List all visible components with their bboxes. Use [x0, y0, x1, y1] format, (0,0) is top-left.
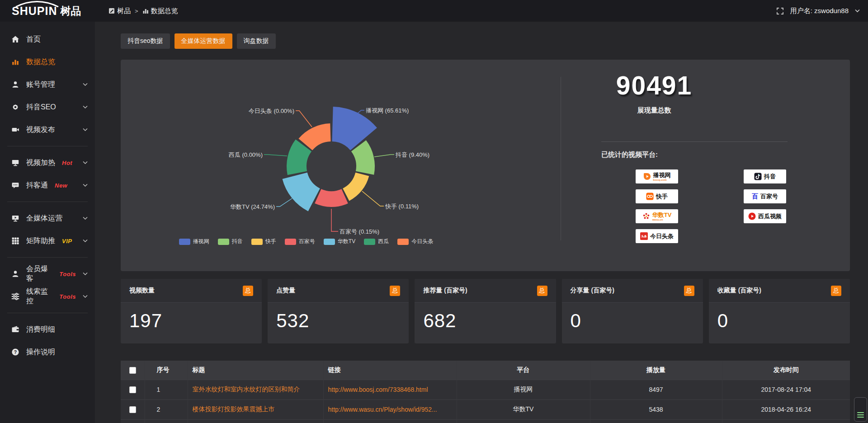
sidebar-item-douketong[interactable]: 抖客通New — [0, 174, 95, 197]
sidebar-item-matrix-boost[interactable]: 矩阵助推VIP — [0, 230, 95, 252]
tab-douyin-seo-data[interactable]: 抖音seo数据 — [121, 33, 170, 49]
label-line-抖音 — [374, 155, 394, 157]
total-badge[interactable]: 总 — [390, 286, 400, 296]
cell-title[interactable]: 楼体投影灯投影效果震撼上市 — [188, 400, 323, 419]
cell-title[interactable] — [188, 419, 323, 423]
platform-chip-wasu[interactable]: 华数TVwasu.cn — [636, 209, 678, 223]
sidebar-item-media-ops[interactable]: 全媒体运营 — [0, 207, 95, 230]
chevron-down-icon — [83, 161, 88, 164]
cell-link[interactable]: http://www.wasu.cn/Play/show/id/952... — [323, 400, 457, 419]
legend-item-华数TV[interactable]: 华数TV — [324, 238, 355, 245]
fullscreen-icon[interactable] — [776, 7, 784, 15]
sidebar-item-consume-detail[interactable]: 消费明细 — [0, 318, 95, 341]
platform-chips-right: 抖音百百家号西瓜视频 — [744, 169, 786, 223]
pie-label-西瓜: 西瓜 (0.00%) — [229, 151, 263, 158]
legend-swatch — [251, 239, 263, 245]
pie-slice-华数TV[interactable] — [283, 173, 320, 212]
stat-card-value: 0 — [562, 303, 703, 332]
sidebar-item-video-heat[interactable]: 视频加热Hot — [0, 151, 95, 174]
app-logo[interactable]: SHUPIN 树品 — [0, 0, 95, 22]
cell-plays — [590, 419, 722, 423]
gear-icon — [11, 103, 19, 111]
bar-chart-icon — [142, 8, 149, 14]
column-header-4: 播放量 — [590, 361, 722, 380]
row-checkbox[interactable] — [129, 386, 136, 393]
sidebar-item-data-overview[interactable]: 数据总览 — [0, 51, 95, 73]
stat-card-recommend-count: 推荐量 (百家号)总682 — [415, 279, 556, 343]
baijiahao-icon: 百 — [752, 193, 758, 201]
breadcrumb-current[interactable]: 数据总览 — [142, 7, 178, 15]
sidebar-divider — [7, 257, 88, 258]
tab-media-ops-data[interactable]: 全媒体运营数据 — [175, 33, 232, 49]
cell-plays: 5438 — [590, 400, 722, 419]
stat-card-title: 分享量 (百家号) — [571, 287, 614, 295]
stat-card-share-count: 分享量 (百家号)总0 — [562, 279, 703, 343]
sidebar-item-clue-monitor[interactable]: 线索监控Tools — [0, 285, 95, 308]
cell-no: 2 — [145, 400, 188, 419]
total-badge[interactable]: 总 — [684, 286, 694, 296]
sidebar-item-label: 首页 — [26, 35, 41, 44]
platform-chip-name: 播视网 — [653, 172, 671, 178]
total-impressions-value: 90491 — [564, 70, 745, 100]
legend-item-快手[interactable]: 快手 — [251, 238, 276, 245]
platform-chip-toutiao[interactable]: 头条今日头条 — [636, 229, 678, 243]
total-impressions-label: 展现量总数 — [564, 106, 745, 115]
chevron-down-icon — [83, 128, 88, 132]
stat-card-value: 197 — [121, 303, 262, 332]
sidebar-item-badge: VIP — [62, 238, 72, 244]
total-badge[interactable]: 总 — [831, 286, 841, 296]
breadcrumb-home[interactable]: 树品 — [108, 7, 131, 15]
chevron-down-icon[interactable] — [855, 9, 860, 13]
username-label[interactable]: 用户名: zswodun88 — [790, 7, 849, 15]
platform-chip-baijiahao[interactable]: 百百家号 — [744, 189, 786, 203]
question-icon: ? — [11, 348, 19, 356]
legend-item-播视网[interactable]: 播视网 — [179, 238, 209, 245]
stat-card-value: 0 — [709, 303, 850, 332]
platform-chip-douyin[interactable]: 抖音 — [744, 169, 786, 183]
platform-chip-boosj[interactable]: 播视网boosj.com — [636, 169, 678, 183]
sidebar-item-home[interactable]: 首页 — [0, 28, 95, 51]
stat-card-title: 点赞量 — [276, 287, 295, 295]
stat-card-like-count: 点赞量总532 — [268, 279, 409, 343]
legend-item-百家号[interactable]: 百家号 — [285, 238, 315, 245]
cell-platform: 华数TV — [457, 400, 590, 419]
wasu-icon — [642, 212, 650, 220]
platform-chip-xigua[interactable]: 西瓜视频 — [744, 209, 786, 223]
legend-item-西瓜[interactable]: 西瓜 — [364, 238, 389, 245]
sidebar-item-douyin-seo[interactable]: 抖音SEO — [0, 96, 95, 118]
pie-slice-快手[interactable] — [343, 173, 369, 201]
tab-inquiry-data[interactable]: 询盘数据 — [237, 33, 276, 49]
header-checkbox-cell — [121, 361, 145, 380]
label-line-快手 — [362, 191, 384, 206]
platform-chip-name: 抖音 — [764, 174, 776, 179]
pie-slice-百家号[interactable] — [315, 189, 348, 207]
cell-link[interactable] — [323, 419, 457, 423]
total-badge[interactable]: 总 — [537, 286, 547, 296]
pie-label-播视网: 播视网 (65.61%) — [366, 107, 409, 114]
legend-item-今日头条[interactable]: 今日头条 — [397, 238, 433, 245]
cell-title[interactable]: 室外水纹灯和室内水纹灯的区别和简介 — [188, 380, 323, 400]
chevron-down-icon — [83, 183, 88, 187]
platform-chip-text: 播视网boosj.com — [653, 172, 671, 181]
platform-chip-name: 今日头条 — [650, 233, 674, 239]
row-checkbox-cell — [121, 400, 145, 419]
select-all-checkbox[interactable] — [129, 367, 136, 374]
sidebar-item-video-publish[interactable]: 视频发布 — [0, 118, 95, 141]
total-badge[interactable]: 总 — [243, 286, 253, 296]
svg-text:?: ? — [14, 349, 17, 355]
cell-time — [722, 419, 850, 423]
cell-link[interactable]: http://www.boosj.com/7338468.html — [323, 380, 457, 400]
sidebar-item-badge: Tools — [59, 293, 76, 300]
sidebar-item-account-manage[interactable]: 账号管理 — [0, 73, 95, 96]
row-checkbox[interactable] — [129, 406, 136, 413]
sidebar-item-member-burst[interactable]: 会员爆客Tools — [0, 263, 95, 285]
column-header-5: 发布时间 — [722, 361, 850, 380]
stat-card-header: 推荐量 (百家号)总 — [415, 279, 556, 303]
rose-pie-chart[interactable]: 播视网 (65.61%)抖音 (9.40%)快手 (0.11%)百家号 (0.1… — [121, 60, 555, 258]
legend-swatch — [324, 239, 335, 245]
label-line-西瓜 — [264, 155, 287, 156]
legend-item-抖音[interactable]: 抖音 — [218, 238, 243, 245]
chat-widget[interactable] — [854, 397, 867, 422]
platform-chip-kuaishou[interactable]: 快手 — [636, 189, 678, 203]
sidebar-item-instructions[interactable]: ?操作说明 — [0, 341, 95, 363]
